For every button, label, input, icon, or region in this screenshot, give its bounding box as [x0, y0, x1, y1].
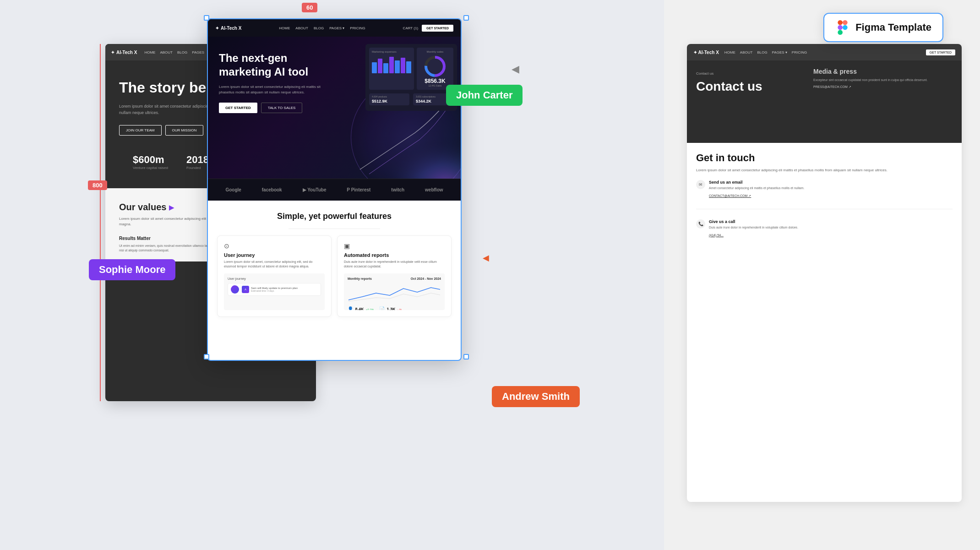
- git-email-item: ✉ Send us an email Amet consectetur adip…: [696, 180, 953, 199]
- git-divider: [696, 209, 953, 209]
- stat-venture: $600m Venture capital raised: [133, 154, 168, 170]
- send-icon-values: ▶: [169, 204, 174, 211]
- height-label: 800: [88, 180, 107, 190]
- send-icon-andrew: ◀: [483, 253, 489, 263]
- andrew-smith-label: Andrew Smith: [492, 386, 580, 407]
- svg-point-0: [369, 124, 461, 179]
- join-team-button[interactable]: JOIN OUR TEAM: [119, 125, 162, 136]
- contact-media-desc: Excepteur sint occaecat cupidatat non pr…: [813, 78, 954, 82]
- phone-link[interactable]: (414) 54...: [709, 234, 724, 237]
- hero-buttons: GET STARTED TALK TO SALES: [219, 103, 325, 113]
- center-hero: The next-gen marketing AI tool Lorem ips…: [208, 37, 461, 179]
- center-hero-left: The next-gen marketing AI tool Lorem ips…: [208, 37, 336, 179]
- right-panel-nav-items: HOME ABOUT BLOG PAGES ▾ PRICING: [724, 50, 807, 54]
- report-stats: 👤 8.4K +0.1% 📄 1.3K - %: [348, 304, 441, 310]
- donut-chart: Monthly sales $856.3K 12,441 Sales: [417, 48, 453, 90]
- media-title-hero: Media & press: [813, 68, 954, 75]
- send-icon-john: ◀: [512, 63, 519, 75]
- git-title: Get in touch: [696, 152, 953, 164]
- features-section: Simple, yet powerful features ⊙ User jou…: [208, 201, 461, 328]
- center-hero-right: Marketing expenses Monthly sales: [336, 37, 461, 179]
- center-nav-links: HOME ABOUT BLOG PAGES ▾ PRICING: [279, 26, 365, 30]
- brand-twitch: twitch: [391, 187, 404, 192]
- git-items: ✉ Send us an email Amet consectetur adip…: [696, 180, 953, 238]
- figma-badge: Figma Template: [823, 13, 943, 42]
- preview-avatar: [231, 285, 239, 294]
- center-logo-icon: ✦: [215, 26, 219, 31]
- right-panel-inner: ✦ AI-Tech X HOME ABOUT BLOG PAGES ▾ PRIC…: [687, 44, 962, 502]
- selection-handle-tl[interactable]: [204, 15, 209, 21]
- height-guide-line: [100, 44, 101, 401]
- right-panel-nav: ✦ AI-Tech X HOME ABOUT BLOG PAGES ▾ PRIC…: [687, 44, 962, 60]
- contact-press-link[interactable]: PRESS@AITECH.COM ↗: [813, 85, 954, 89]
- svg-rect-5: [843, 20, 848, 25]
- selection-handle-bl[interactable]: [204, 354, 209, 359]
- our-mission-button[interactable]: OUR MISSION: [165, 125, 204, 136]
- figma-icon: [835, 20, 850, 35]
- center-card: ✦ AI-Tech X HOME ABOUT BLOG PAGES ▾ PRIC…: [207, 18, 462, 361]
- brand-google: Google: [225, 187, 241, 192]
- feature-2-preview: Monthly reports Oct 2024 - Nov 2024 👤 8.…: [344, 273, 445, 310]
- brand-pinterest: P Pinterest: [347, 187, 370, 192]
- feature-card-2: ▣ Automated reports Duis aute irure dolo…: [337, 235, 452, 317]
- hero-talk-sales-btn[interactable]: TALK TO SALES: [261, 103, 302, 113]
- features-grid: ⊙ User journey Lorem ipsum dolor sit ame…: [217, 235, 452, 317]
- get-in-touch-section: Get in touch Lorem ipsum dolor sit amet …: [687, 143, 962, 247]
- values-col-1: Results Matter Ut enim ad minim veniam, …: [119, 236, 215, 262]
- center-logo: ✦ AI-Tech X: [215, 26, 241, 31]
- brand-facebook: facebook: [262, 187, 282, 192]
- figma-badge-text: Figma Template: [855, 22, 931, 33]
- marketing-chart: Marketing expenses: [369, 48, 414, 90]
- center-get-started-btn[interactable]: GET STARTED: [422, 25, 453, 32]
- line-chart-svg: [348, 284, 441, 302]
- phone-icon: 📞: [696, 219, 705, 229]
- git-call-item: 📞 Give us a call Duis aute irure dolor i…: [696, 219, 953, 238]
- hero-get-started-btn[interactable]: GET STARTED: [219, 103, 257, 113]
- svg-point-8: [843, 25, 848, 30]
- email-icon: ✉: [696, 180, 705, 189]
- center-hero-desc: Lorem ipsum dolor sit amet consectetur a…: [219, 84, 325, 95]
- feature-2-icon: ▣: [344, 242, 445, 250]
- hero-dashboard: Marketing expenses Monthly sales: [365, 44, 457, 111]
- right-panel-hero-title: Contact us: [696, 78, 797, 95]
- donut-svg: [424, 55, 446, 78]
- feature-card-1: ⊙ User journey Lorem ipsum dolor sit ame…: [217, 235, 332, 317]
- feature-1-desc: Lorem ipsum dolor sit amet, consectetur …: [224, 260, 325, 269]
- right-panel-hero-left: Contact us Contact us: [687, 60, 806, 143]
- john-carter-label: John Carter: [446, 85, 523, 106]
- selection-handle-br[interactable]: [463, 354, 469, 359]
- svg-rect-6: [838, 25, 843, 30]
- right-panel-hero-right: Media & press Excepteur sint occaecat cu…: [806, 60, 962, 143]
- selection-handle-tr[interactable]: [463, 15, 469, 21]
- center-hero-title: The next-gen marketing AI tool: [219, 51, 325, 79]
- right-panel-hero: Contact us Contact us Media & press Exce…: [687, 60, 962, 143]
- git-email-content: Send us an email Amet consectetur adipis…: [709, 180, 805, 199]
- left-card-logo: ✦ AI-Tech X: [111, 50, 137, 55]
- brand-youtube: ▶ YouTube: [303, 187, 327, 192]
- feature-2-desc: Duis aute irure dolor in reprehenderit i…: [344, 260, 445, 269]
- email-link[interactable]: CONTACT@AITECH.COM ↗: [709, 194, 751, 197]
- features-title: Simple, yet powerful features: [217, 212, 452, 221]
- git-call-content: Give us a call Duis aute irure dolor in …: [709, 219, 798, 238]
- brand-webflow: webflow: [425, 187, 443, 192]
- sophie-moore-label: Sophie Moore: [89, 259, 175, 280]
- svg-rect-7: [838, 30, 843, 35]
- svg-rect-4: [838, 20, 843, 25]
- center-nav-right: CART (1) GET STARTED: [403, 25, 453, 32]
- git-desc: Lorem ipsum dolor sit amet consectetur a…: [696, 168, 953, 173]
- right-panel-logo: ✦ AI-Tech X: [693, 50, 719, 55]
- report-users: 👤 8.4K +0.1%: [348, 304, 374, 310]
- feature-1-preview: User journey A Sam will likely update to…: [224, 273, 325, 310]
- center-card-nav: ✦ AI-Tech X HOME ABOUT BLOG PAGES ▾ PRIC…: [208, 19, 461, 37]
- width-label: 60: [302, 3, 317, 12]
- right-card: Figma Template ✦ AI-Tech X HOME ABOUT BL…: [664, 0, 980, 550]
- right-panel-get-started-btn[interactable]: GET STARTED: [926, 49, 955, 55]
- preview-row: A Sam will likely update to premium plan…: [228, 283, 321, 296]
- feature-1-icon: ⊙: [224, 242, 325, 250]
- feature-1-name: User journey: [224, 252, 325, 258]
- feature-2-name: Automated reports: [344, 252, 445, 258]
- logo-icon: ✦: [111, 50, 114, 55]
- brands-strip: Google facebook ▶ YouTube P Pinterest tw…: [208, 179, 461, 201]
- report-sales: 📄 1.3K - %: [379, 304, 402, 310]
